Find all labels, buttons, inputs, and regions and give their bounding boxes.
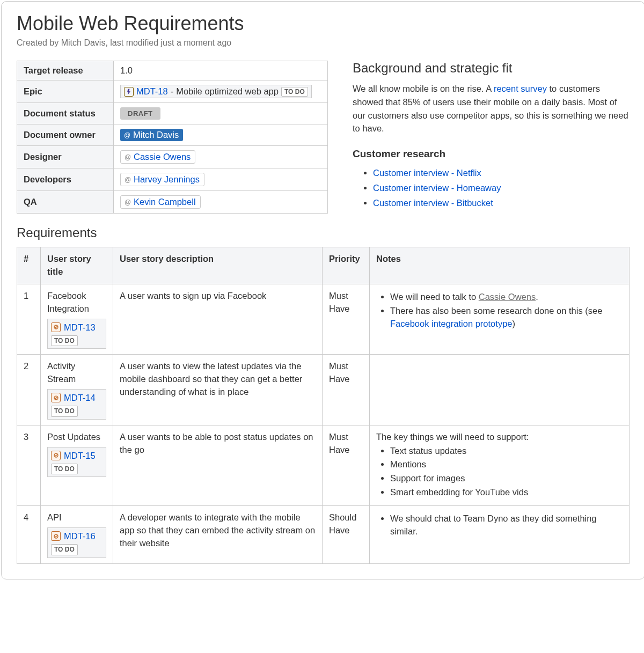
facebook-prototype-link[interactable]: Facebook integration prototype — [390, 319, 512, 328]
story-title: Activity Stream — [47, 360, 106, 386]
label-doc-owner: Document owner — [17, 124, 114, 146]
story-key: MDT-13 — [64, 321, 96, 333]
story-icon — [51, 531, 61, 541]
epic-status: TO DO — [281, 87, 308, 97]
requirements-heading: Requirements — [17, 225, 630, 240]
col-prio: Priority — [323, 247, 370, 284]
cell-desc: A user wants to be able to post status u… — [113, 425, 323, 506]
mention-name: Kevin Campbell — [134, 197, 196, 207]
research-link[interactable]: Customer interview - Netflix — [373, 168, 481, 178]
story-title: Post Updates — [47, 431, 106, 444]
story-key: MDT-14 — [64, 392, 96, 403]
at-icon: @ — [123, 175, 133, 185]
story-icon — [51, 322, 61, 332]
label-qa: QA — [17, 191, 114, 214]
story-status: TO DO — [51, 406, 78, 416]
story-issue-chip[interactable]: MDT-14 TO DO — [47, 389, 106, 419]
story-issue-chip[interactable]: MDT-16 TO DO — [47, 527, 106, 557]
research-link[interactable]: Customer interview - Homeaway — [373, 183, 501, 193]
cell-prio: Should Have — [323, 506, 370, 563]
cell-notes: The key things we will need to support: … — [370, 425, 630, 506]
mention-doc-owner[interactable]: @ Mitch Davis — [120, 129, 183, 141]
story-key: MDT-15 — [64, 450, 96, 461]
cell-num: 4 — [17, 506, 41, 563]
requirements-table: # User story title User story descriptio… — [17, 247, 630, 563]
epic-sep: - — [171, 86, 174, 97]
col-title: User story title — [41, 247, 113, 284]
cell-notes — [370, 355, 630, 425]
story-title: Facebook Integration — [47, 290, 106, 316]
note-bullet: We should chat to Team Dyno as they did … — [390, 512, 623, 538]
table-row: 2 Activity Stream MDT-14 TO DO A user wa… — [17, 355, 630, 425]
epic-key: MDT-18 — [136, 86, 168, 97]
table-row: 3 Post Updates MDT-15 TO DO A user wants… — [17, 425, 630, 506]
cell-num: 2 — [17, 355, 41, 425]
background-heading: Background and strategic fit — [353, 61, 630, 76]
note-bullet: Support for images — [390, 472, 623, 485]
background-paragraph: We all know mobile is on the rise. A rec… — [353, 82, 630, 135]
epic-icon — [124, 87, 134, 97]
at-icon: @ — [123, 152, 133, 162]
label-epic: Epic — [17, 80, 114, 103]
customer-research-heading: Customer research — [353, 148, 630, 160]
story-key: MDT-16 — [64, 530, 96, 542]
table-row: 4 API MDT-16 TO DO A developer wants to … — [17, 506, 630, 563]
story-status: TO DO — [51, 335, 78, 346]
cell-notes: We will need to talk to Cassie Owens. Th… — [370, 284, 630, 354]
note-text: There has also been some research done o… — [390, 306, 602, 316]
story-icon — [51, 393, 61, 402]
doc-status-pill: DRAFT — [120, 107, 160, 120]
note-intro: The key things we will need to support: — [376, 431, 623, 444]
mention-name: Mitch Davis — [133, 130, 179, 140]
cell-desc: A developer wants to integrate with the … — [113, 506, 323, 563]
label-developers: Developers — [17, 168, 114, 191]
label-doc-status: Document status — [17, 103, 114, 124]
value-target-release: 1.0 — [114, 61, 328, 80]
col-notes: Notes — [370, 247, 630, 284]
cell-num: 1 — [17, 284, 41, 354]
metadata-table: Target release 1.0 Epic MDT-18 - Mobile … — [17, 61, 328, 214]
note-text: ) — [512, 319, 515, 328]
cell-desc: A user wants to sign up via Facebook — [113, 284, 323, 354]
story-title: API — [47, 511, 106, 524]
mention-developers[interactable]: @ Harvey Jennings — [120, 173, 204, 186]
epic-summary: Mobile optimized web app — [176, 86, 279, 97]
col-num: # — [17, 247, 41, 284]
note-text: We will need to talk to — [390, 292, 479, 302]
story-issue-chip[interactable]: MDT-13 TO DO — [47, 319, 106, 349]
at-icon: @ — [122, 130, 132, 140]
col-desc: User story description — [113, 247, 323, 284]
label-target-release: Target release — [17, 61, 114, 80]
customer-research-list: Customer interview - Netflix Customer in… — [353, 165, 630, 210]
mention-name: Harvey Jennings — [134, 174, 200, 185]
epic-issue-chip[interactable]: MDT-18 - Mobile optimized web app TO DO — [120, 85, 312, 98]
recent-survey-link[interactable]: recent survey — [494, 84, 547, 93]
table-row: 1 Facebook Integration MDT-13 TO DO A us… — [17, 284, 630, 354]
mention-cassie-owens-link[interactable]: Cassie Owens — [479, 292, 536, 302]
mention-qa[interactable]: @ Kevin Campbell — [120, 195, 201, 209]
cell-desc: A user wants to view the latest updates … — [113, 355, 323, 425]
page-meta: Created by Mitch Davis, last modified ju… — [17, 38, 630, 48]
mention-name: Cassie Owens — [134, 152, 191, 162]
cell-prio: Must Have — [323, 284, 370, 354]
at-icon: @ — [123, 197, 133, 207]
mention-designer[interactable]: @ Cassie Owens — [120, 150, 195, 164]
note-bullet: Smart embedding for YouTube vids — [390, 486, 623, 499]
bg-text: We all know mobile is on the rise. A — [353, 84, 494, 93]
story-status: TO DO — [51, 544, 78, 555]
cell-notes: We should chat to Team Dyno as they did … — [370, 506, 630, 563]
cell-prio: Must Have — [323, 425, 370, 506]
research-link[interactable]: Customer interview - Bitbucket — [373, 198, 493, 208]
cell-num: 3 — [17, 425, 41, 506]
note-text: . — [536, 292, 538, 302]
story-icon — [51, 451, 61, 460]
story-issue-chip[interactable]: MDT-15 TO DO — [47, 447, 106, 477]
note-bullet: Mentions — [390, 458, 623, 471]
label-designer: Designer — [17, 146, 114, 168]
story-status: TO DO — [51, 464, 78, 474]
page-title: Mobile Web Requirements — [17, 12, 630, 35]
cell-prio: Must Have — [323, 355, 370, 425]
note-bullet: Text status updates — [390, 445, 623, 458]
